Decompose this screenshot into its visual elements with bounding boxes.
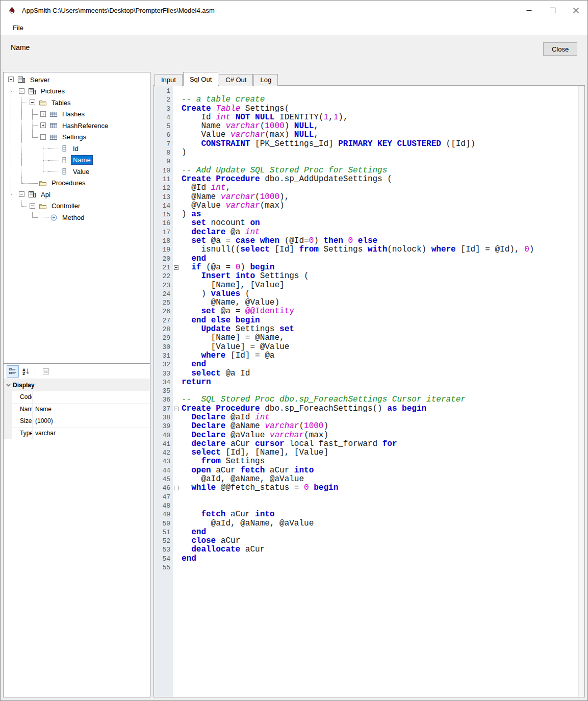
code-line[interactable]: 21 if (@a = 0) begin	[154, 263, 578, 272]
code-line[interactable]: 44 open aCur fetch aCur into	[154, 466, 578, 475]
code-line[interactable]: 25 @Name, @Value)	[154, 298, 578, 307]
tree-node-api[interactable]: Api	[39, 190, 53, 199]
property-category-row[interactable]: Display	[4, 379, 150, 391]
code-line[interactable]: 53 deallocate aCur	[154, 545, 578, 554]
code-line[interactable]: 45 @aId, @aName, @aValue	[154, 475, 578, 484]
fold-collapse-icon[interactable]	[174, 265, 178, 270]
code-line[interactable]: 2-- a table create	[154, 95, 578, 104]
code-line[interactable]: 7 CONSTRAINT [PK_Settings_Id] PRIMARY KE…	[154, 140, 578, 148]
code-line[interactable]: 6 Value varchar(max) NULL,	[154, 131, 578, 139]
tree-node-hashes[interactable]: Hashes	[60, 109, 87, 119]
tree-node-value[interactable]: Value	[71, 167, 91, 177]
property-name[interactable]: Code	[12, 391, 33, 403]
minimize-icon[interactable]	[517, 1, 541, 20]
code-line[interactable]: 52 close aCur	[154, 537, 578, 545]
code-line[interactable]: 11Create Procedure dbo.sp_AddUpdateSetti…	[154, 175, 578, 184]
code-line[interactable]: 55	[154, 563, 578, 572]
tree-node-pictures[interactable]: Pictures	[39, 86, 67, 96]
code-line[interactable]: 10-- Add Update SQL Stored Proc for Sett…	[154, 166, 578, 175]
code-line[interactable]: 17 declare @a int	[154, 228, 578, 237]
code-line[interactable]: 34return	[154, 378, 578, 387]
expand-icon[interactable]	[40, 122, 46, 128]
tab-sql-out[interactable]: Sql Out	[183, 72, 218, 86]
code-line[interactable]: 15) as	[154, 210, 578, 219]
tree-node-server[interactable]: Server	[28, 75, 52, 85]
code-line[interactable]: 46 while @@fetch_status = 0 begin	[154, 484, 578, 492]
tab-log[interactable]: Log	[253, 74, 278, 86]
property-value[interactable]: (1000)	[33, 415, 150, 427]
property-name[interactable]: Size	[12, 415, 33, 427]
code-line[interactable]: 14 @Value varchar(max)	[154, 202, 578, 210]
property-value[interactable]: varchar	[33, 428, 150, 439]
code-line[interactable]: 1	[154, 87, 578, 95]
alphabetical-button[interactable]: AZ	[20, 365, 32, 378]
tree-node-tables[interactable]: Tables	[49, 98, 73, 108]
code-line[interactable]: 47	[154, 493, 578, 502]
collapse-icon[interactable]	[8, 77, 14, 82]
code-line[interactable]: 24 ) values (	[154, 290, 578, 298]
code-line[interactable]: 50 @aId, @aName, @aValue	[154, 519, 578, 528]
code-line[interactable]: 18 set @a = case when (@Id=0) then 0 els…	[154, 237, 578, 245]
code-line[interactable]: 28 Update Settings set	[154, 325, 578, 334]
code-line[interactable]: 12 @Id int,	[154, 184, 578, 192]
code-line[interactable]: 51 end	[154, 528, 578, 537]
fold-collapse-icon[interactable]	[174, 407, 178, 411]
property-name[interactable]: Name	[12, 404, 33, 415]
code-line[interactable]: 48	[154, 502, 578, 510]
collapse-icon[interactable]	[30, 203, 35, 209]
collapse-icon[interactable]	[19, 191, 24, 197]
code-line[interactable]: 43 from Settings	[154, 457, 578, 466]
code-line[interactable]: 41 declare aCur cursor local fast_forwar…	[154, 440, 578, 448]
collapse-icon[interactable]	[19, 88, 24, 94]
code-line[interactable]: 30 [Value] = @Value	[154, 343, 578, 352]
code-line[interactable]: 26 set @a = @@Identity	[154, 307, 578, 316]
code-line[interactable]: 27 end else begin	[154, 316, 578, 325]
code-line[interactable]: 22 Insert into Settings (	[154, 272, 578, 281]
expand-icon[interactable]	[40, 111, 46, 117]
code-line[interactable]: 36-- SQL Stored Proc dbo.sp_ForeachSetti…	[154, 395, 578, 404]
code-line[interactable]: 35	[154, 387, 578, 395]
tree-node-name[interactable]: Name	[71, 155, 93, 165]
tree-node-procedures[interactable]: Procedures	[49, 178, 87, 188]
code-line[interactable]: 4 Id int NOT NULL IDENTITY(1,1),	[154, 113, 578, 122]
code-line[interactable]: 42 select [Id], [Name], [Value]	[154, 448, 578, 457]
collapse-icon[interactable]	[40, 134, 46, 140]
maximize-icon[interactable]	[541, 1, 564, 20]
code-line[interactable]: 40 Declare @aValue varchar(max)	[154, 431, 578, 440]
code-line[interactable]: 9	[154, 157, 578, 166]
code-line[interactable]: 3Create Table Settings(	[154, 105, 578, 113]
code-area[interactable]: 12-- a table create3Create Table Setting…	[154, 86, 578, 697]
code-line[interactable]: 31 where [Id] = @a	[154, 352, 578, 360]
close-icon[interactable]	[564, 1, 587, 20]
code-line[interactable]: 32 end	[154, 360, 578, 369]
tab-c-out[interactable]: C# Out	[219, 74, 253, 86]
code-line[interactable]: 49 fetch aCur into	[154, 510, 578, 519]
code-line[interactable]: 16 set nocount on	[154, 219, 578, 228]
code-line[interactable]: 37Create Procedure dbo.sp_ForeachSetting…	[154, 405, 578, 413]
tree-node-method[interactable]: Method	[60, 213, 86, 222]
code-line[interactable]: 13 @Name varchar(1000),	[154, 193, 578, 202]
code-line[interactable]: 8)	[154, 148, 578, 157]
tree-node-controller[interactable]: Controller	[49, 201, 82, 211]
code-line[interactable]: 33 select @a Id	[154, 369, 578, 378]
code-line[interactable]: 23 [Name], [Value]	[154, 281, 578, 290]
code-line[interactable]: 29 [Name] = @Name,	[154, 334, 578, 342]
tab-input[interactable]: Input	[155, 74, 183, 86]
property-value[interactable]: Name	[33, 404, 150, 415]
editor-scrollbar[interactable]	[578, 86, 584, 697]
code-line[interactable]: 54end	[154, 555, 578, 563]
code-line[interactable]: 20 end	[154, 255, 578, 263]
close-button[interactable]: Close	[543, 42, 577, 56]
categorized-button[interactable]	[7, 365, 19, 378]
code-line[interactable]: 39 Declare @aName varchar(1000)	[154, 422, 578, 431]
collapse-icon[interactable]	[30, 99, 35, 105]
fold-collapse-icon[interactable]	[174, 486, 178, 490]
tree-node-hashreference[interactable]: HashReference	[60, 121, 110, 131]
property-name[interactable]: Type	[12, 428, 33, 439]
property-value[interactable]	[33, 391, 150, 403]
tree-node-id[interactable]: Id	[71, 144, 81, 154]
menu-file[interactable]: File	[8, 22, 28, 34]
tree-node-settings[interactable]: Settings	[60, 132, 88, 142]
property-pages-button[interactable]	[40, 365, 52, 378]
code-line[interactable]: 19 isnull((select [Id] from Settings wit…	[154, 245, 578, 254]
